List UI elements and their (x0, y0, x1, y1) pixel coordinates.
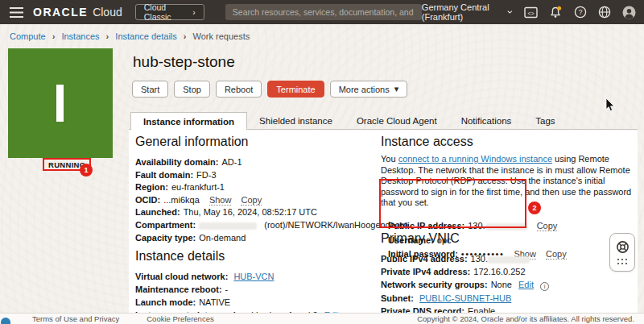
svg-text:?: ? (579, 8, 583, 16)
public-ip-copy-link[interactable]: Copy (537, 221, 558, 231)
cookie-preferences-link[interactable]: Cookie Preferences (147, 314, 213, 323)
field-maintenance-reboot: Maintenance reboot:- (135, 283, 373, 296)
chevron-down-icon: ▾ (394, 84, 399, 94)
redacted-value (199, 222, 257, 230)
terms-privacy-link[interactable]: Terms of Use and Privacy (32, 314, 119, 323)
field-public-ipv4: Public IPv4 address:130. (381, 252, 635, 265)
tab-notifications[interactable]: Notifications (449, 112, 524, 129)
annotation-badge-2: 2 (528, 201, 541, 214)
instance-status-tile (8, 48, 113, 158)
breadcrumb-work-requests: Work requests (193, 31, 250, 41)
breadcrumb: Compute › Instances › Instance details ›… (10, 31, 250, 41)
oracle-cloud-logo[interactable]: ORACLE Cloud (33, 6, 122, 19)
field-launch-mode: Launch mode:NATIVE (135, 296, 373, 309)
section-heading: Primary VNIC (381, 231, 635, 246)
annotation-badge-1: 1 (80, 164, 93, 177)
field-ocid: OCID:...mi6kqa Show Copy (135, 194, 373, 207)
mouse-cursor (605, 98, 615, 116)
brand-oracle: ORACLE (33, 6, 88, 19)
tab-tags[interactable]: Tags (523, 112, 567, 129)
topbar-right: Germany Central (Frankfurt) <> ? (422, 2, 644, 22)
tab-bar: Instance information Shielded instance O… (130, 112, 568, 130)
notifications-bell-icon[interactable] (549, 6, 563, 19)
vcn-link[interactable]: HUB-VCN (233, 272, 274, 281)
language-globe-icon[interactable] (598, 6, 611, 19)
breadcrumb-separator-icon: › (52, 31, 56, 41)
cloud-classic-button[interactable]: Cloud Classic › (135, 4, 204, 20)
instance-access-description: You connect to a running Windows instanc… (381, 154, 635, 209)
support-lifering-icon[interactable] (616, 240, 630, 254)
breadcrumb-separator-icon: › (184, 31, 187, 41)
tab-shielded-instance[interactable]: Shielded instance (247, 112, 345, 129)
breadcrumb-instances[interactable]: Instances (61, 31, 99, 41)
redacted-value (488, 256, 530, 264)
action-buttons: Start Stop Reboot Terminate More actions… (132, 81, 407, 98)
field-fault-domain: Fault domain:FD-3 (135, 169, 373, 182)
field-virtual-cloud-network: Virtual cloud network: HUB-VCN (135, 270, 373, 283)
info-icon[interactable]: i (540, 282, 549, 291)
chevron-down-icon (507, 10, 513, 15)
field-launched: Launched:Thu, May 16, 2024, 08:52:17 UTC (135, 206, 373, 219)
profile-avatar-icon[interactable] (622, 6, 636, 19)
start-button[interactable]: Start (132, 81, 168, 98)
region-selector[interactable]: Germany Central (Frankfurt) (422, 2, 513, 22)
connect-windows-instance-link[interactable]: connect to a running Windows instance (398, 154, 552, 164)
reboot-button[interactable]: Reboot (216, 81, 262, 98)
redacted-value (485, 223, 527, 231)
primary-vnic-section: Primary VNIC Public IPv4 address:130. Pr… (381, 231, 635, 318)
hamburger-menu-icon[interactable] (10, 7, 23, 18)
general-information-section: General information Availability domain:… (135, 135, 373, 244)
page-title: hub-step-stone (133, 53, 235, 71)
tab-instance-information[interactable]: Instance information (130, 112, 247, 130)
chat-widget-icon[interactable] (1, 318, 10, 324)
section-heading: Instance details (135, 249, 373, 264)
instance-details-section: Instance details Virtual cloud network: … (135, 249, 373, 322)
breadcrumb-instance-details[interactable]: Instance details (115, 31, 176, 41)
ocid-copy-link[interactable]: Copy (241, 195, 262, 206)
field-compartment: Compartment: (root)/NETWORK/IwanHoogendo… (135, 219, 373, 232)
field-subnet: Subnet: PUBLIC-SUBNET-HUB (381, 292, 635, 305)
stop-button[interactable]: Stop (174, 81, 210, 98)
chevron-right-icon: › (192, 7, 196, 17)
support-floating-widget (609, 233, 635, 272)
field-private-ipv4: Private IPv4 address:172.16.0.252 (381, 265, 635, 278)
developer-tools-icon[interactable]: <> (524, 6, 538, 19)
tab-oracle-cloud-agent[interactable]: Oracle Cloud Agent (345, 112, 449, 129)
shortcuts-grid-icon[interactable] (617, 259, 628, 265)
terminate-button[interactable]: Terminate (267, 81, 324, 98)
topbar: ORACLE Cloud Cloud Classic › Germany Cen… (0, 0, 644, 24)
copyright-text: Copyright © 2024, Oracle and/or its affi… (417, 314, 634, 323)
nsg-edit-link[interactable]: Edit (518, 280, 534, 289)
field-availability-domain: Availability domain:AD-1 (135, 156, 373, 169)
breadcrumb-separator-icon: › (106, 31, 109, 41)
section-heading: General information (135, 135, 373, 149)
field-capacity-type: Capacity type:On-demand (135, 232, 373, 245)
svg-text:<>: <> (527, 10, 534, 15)
more-actions-button[interactable]: More actions ▾ (330, 81, 408, 98)
ocid-show-link[interactable]: Show (209, 195, 232, 206)
search-input[interactable] (225, 4, 422, 20)
brand-cloud: Cloud (93, 6, 122, 19)
field-network-security-groups: Network security groups:None Edit i (381, 278, 635, 291)
subnet-link[interactable]: PUBLIC-SUBNET-HUB (419, 293, 511, 303)
help-icon[interactable]: ? (574, 6, 587, 19)
footer: Terms of Use and Privacy Cookie Preferen… (0, 313, 644, 324)
breadcrumb-compute[interactable]: Compute (10, 31, 46, 41)
instance-glyph (56, 85, 64, 122)
oracle-cloud-console: ORACLE Cloud Cloud Classic › Germany Cen… (0, 0, 644, 324)
section-heading: Instance access (381, 135, 635, 149)
field-region: Region:eu-frankfurt-1 (135, 181, 373, 194)
